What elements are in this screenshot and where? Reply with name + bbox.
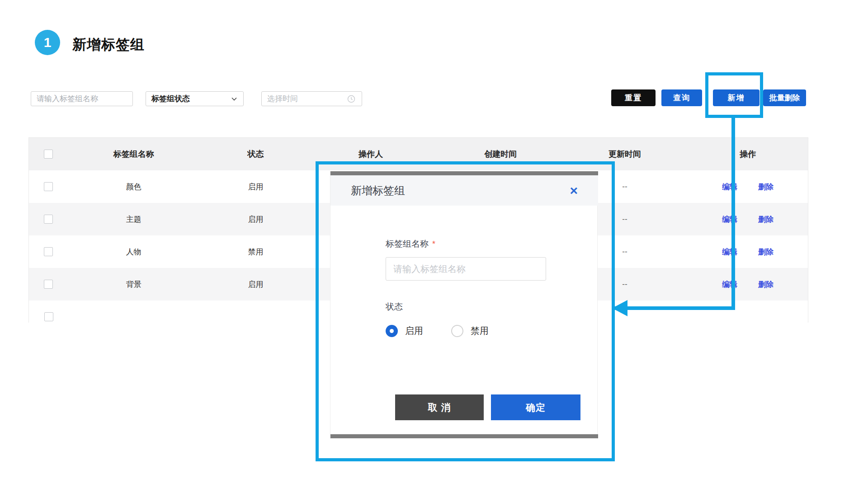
step-number-badge: 1 (35, 30, 60, 55)
tag-group-status-select[interactable]: 标签组状态 (146, 91, 244, 106)
header-created: 创建时间 (429, 149, 572, 160)
edit-link[interactable]: 编辑 (722, 214, 737, 225)
row-status: 启用 (199, 182, 312, 192)
header-action: 操作 (678, 149, 808, 160)
row-status: 启用 (199, 279, 312, 290)
row-checkbox[interactable] (44, 312, 53, 321)
edit-link[interactable]: 编辑 (722, 279, 737, 290)
header-name: 标签组名称 (68, 149, 199, 160)
batch-delete-button[interactable]: 批量删除 (763, 89, 806, 106)
row-name: 人物 (68, 247, 199, 257)
row-status: 启用 (199, 214, 312, 225)
edit-link[interactable]: 编辑 (722, 182, 737, 192)
add-button-highlight-frame (705, 72, 763, 118)
select-all-checkbox[interactable] (44, 150, 53, 159)
delete-link[interactable]: 删除 (758, 247, 774, 257)
page: 1 新增标签组 标签组状态 重置 查询 新增 批量删除 标签组名称 状态 操作人… (0, 0, 868, 488)
row-checkbox[interactable] (44, 215, 53, 224)
search-button[interactable]: 查询 (661, 89, 702, 106)
row-status: 禁用 (199, 247, 312, 257)
row-name: 主题 (68, 214, 199, 225)
connector-arrow-horizontal (615, 306, 735, 310)
modal-highlight-frame (316, 161, 615, 461)
reset-button[interactable]: 重置 (611, 89, 656, 106)
edit-link[interactable]: 编辑 (722, 247, 737, 257)
delete-link[interactable]: 删除 (758, 214, 774, 225)
status-select-value: 标签组状态 (151, 94, 231, 104)
delete-link[interactable]: 删除 (758, 182, 774, 192)
row-checkbox[interactable] (44, 182, 53, 191)
connector-arrow-vertical (731, 118, 735, 310)
chevron-down-icon (231, 95, 238, 103)
page-title: 新增标签组 (72, 35, 145, 54)
tag-group-name-input[interactable] (31, 91, 133, 106)
row-name: 颜色 (68, 182, 199, 192)
delete-link[interactable]: 删除 (758, 279, 774, 290)
row-name: 背景 (68, 279, 199, 290)
clock-icon (347, 95, 355, 103)
header-operator: 操作人 (312, 149, 429, 160)
header-updated: 更新时间 (572, 149, 678, 160)
header-status: 状态 (199, 149, 312, 160)
row-checkbox[interactable] (44, 280, 53, 289)
row-checkbox[interactable] (44, 247, 53, 256)
